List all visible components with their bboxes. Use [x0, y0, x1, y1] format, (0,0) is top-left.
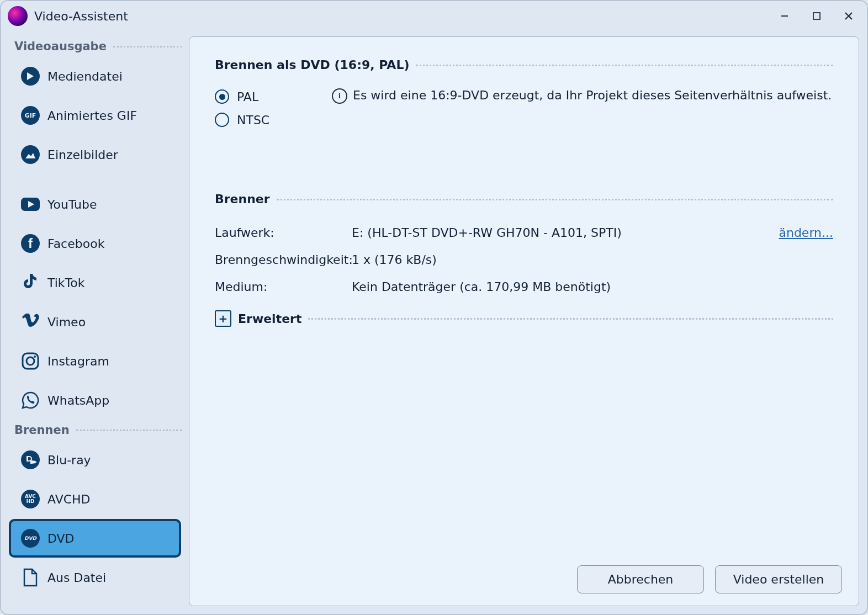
sidebar-item-label: Vimeo — [47, 315, 86, 329]
speed-value: 1 x (176 kB/s) — [352, 253, 833, 267]
minimize-button[interactable] — [769, 5, 801, 27]
sidebar-item-label: Facebook — [47, 237, 104, 251]
dvd-icon: DVD — [21, 529, 40, 548]
main-panel: Brennen als DVD (16:9, PAL) PAL NTSC — [189, 36, 859, 606]
drive-change-link[interactable]: ändern... — [779, 226, 833, 240]
sidebar: Videoausgabe Mediendatei GIF Animiertes … — [1, 31, 189, 614]
expander-label: Erweitert — [238, 312, 301, 326]
divider-dots — [76, 429, 182, 431]
svg-point-8 — [27, 357, 34, 365]
medium-value: Kein Datenträger (ca. 170,99 MB benötigt… — [352, 280, 833, 294]
sidebar-item-bluray[interactable]: Blu-ray — [9, 441, 181, 479]
svg-rect-7 — [23, 353, 38, 369]
minimize-icon — [780, 12, 789, 20]
close-icon — [844, 12, 853, 20]
radio-pal[interactable] — [215, 89, 229, 104]
bluray-icon — [21, 450, 40, 469]
sidebar-item-from-file[interactable]: Aus Datei — [9, 558, 181, 597]
youtube-icon — [21, 195, 40, 214]
expander-button[interactable]: + — [215, 310, 231, 327]
cancel-button[interactable]: Abbrechen — [577, 565, 704, 593]
drive-label: Laufwerk: — [215, 226, 352, 240]
sidebar-group-output: Videoausgabe — [1, 36, 189, 56]
sidebar-group-label: Brennen — [14, 423, 70, 437]
footer: Abbrechen Video erstellen — [189, 556, 859, 606]
sidebar-item-instagram[interactable]: Instagram — [9, 342, 181, 380]
sidebar-item-label: Mediendatei — [47, 70, 123, 83]
sidebar-item-facebook[interactable]: f Facebook — [9, 224, 181, 263]
image-icon — [21, 145, 40, 164]
section-burner: Brenner — [215, 192, 833, 206]
section-burn-as-dvd: Brennen als DVD (16:9, PAL) — [215, 58, 833, 72]
medium-label: Medium: — [215, 280, 352, 294]
divider-dots — [416, 64, 833, 66]
sidebar-group-burn: Brennen — [1, 420, 189, 440]
radio-ntsc[interactable] — [215, 113, 229, 127]
section-title: Brenner — [215, 192, 270, 206]
sidebar-item-single-images[interactable]: Einzelbilder — [9, 135, 181, 174]
create-video-button[interactable]: Video erstellen — [715, 565, 842, 593]
row-medium: Medium: Kein Datenträger (ca. 170,99 MB … — [215, 273, 833, 300]
sidebar-item-dvd[interactable]: DVD DVD — [9, 519, 181, 558]
radio-pal-row[interactable]: PAL — [215, 85, 325, 108]
sidebar-item-tiktok[interactable]: TikTok — [9, 263, 181, 302]
svg-marker-4 — [27, 72, 34, 80]
sidebar-item-label: Aus Datei — [47, 571, 106, 585]
sidebar-item-label: YouTube — [47, 198, 97, 211]
avchd-icon: AVCHD — [21, 490, 40, 508]
whatsapp-icon — [21, 391, 40, 410]
row-drive: Laufwerk: E: (HL-DT-ST DVD+-RW GH70N - A… — [215, 219, 833, 246]
sidebar-item-label: WhatsApp — [47, 394, 109, 407]
divider-dots — [308, 317, 833, 320]
tiktok-icon — [21, 273, 40, 292]
sidebar-item-label: AVCHD — [47, 492, 91, 506]
svg-point-9 — [34, 356, 36, 358]
sidebar-group-label: Videoausgabe — [14, 40, 107, 53]
info-icon: i — [332, 88, 347, 104]
maximize-button[interactable] — [801, 5, 833, 27]
facebook-icon: f — [21, 234, 40, 253]
close-button[interactable] — [833, 5, 865, 27]
sidebar-item-label: Animiertes GIF — [47, 109, 137, 123]
sidebar-item-whatsapp[interactable]: WhatsApp — [9, 381, 181, 420]
titlebar: Video-Assistent — [1, 1, 867, 31]
drive-value: E: (HL-DT-ST DVD+-RW GH70N - A101, SPTI) — [352, 226, 779, 240]
file-icon — [21, 568, 40, 587]
sidebar-item-media-file[interactable]: Mediendatei — [9, 57, 181, 96]
speed-label: Brenngeschwindigkeit: — [215, 253, 352, 267]
sidebar-item-animated-gif[interactable]: GIF Animiertes GIF — [9, 96, 181, 135]
sidebar-item-label: DVD — [47, 532, 75, 545]
section-title: Brennen als DVD (16:9, PAL) — [215, 58, 409, 72]
svg-rect-1 — [813, 13, 820, 19]
play-icon — [21, 67, 40, 86]
sidebar-item-label: TikTok — [47, 276, 85, 290]
sidebar-item-label: Blu-ray — [47, 453, 91, 467]
radio-ntsc-label: NTSC — [237, 113, 269, 127]
gif-icon: GIF — [21, 106, 40, 125]
vimeo-icon — [21, 312, 40, 331]
app-icon — [8, 6, 28, 26]
radio-pal-label: PAL — [237, 90, 258, 104]
sidebar-item-label: Instagram — [47, 354, 109, 368]
maximize-icon — [812, 12, 821, 20]
row-speed: Brenngeschwindigkeit: 1 x (176 kB/s) — [215, 246, 833, 273]
radio-ntsc-row[interactable]: NTSC — [215, 108, 325, 131]
divider-dots — [113, 45, 182, 47]
info-text: Es wird eine 16:9-DVD erzeugt, da Ihr Pr… — [353, 88, 832, 102]
sidebar-item-youtube[interactable]: YouTube — [9, 185, 181, 224]
divider-dots — [277, 198, 833, 200]
sidebar-item-avchd[interactable]: AVCHD AVCHD — [9, 480, 181, 518]
app-title: Video-Assistent — [34, 9, 769, 23]
sidebar-item-label: Einzelbilder — [47, 148, 118, 162]
instagram-icon — [21, 352, 40, 370]
sidebar-item-vimeo[interactable]: Vimeo — [9, 303, 181, 341]
